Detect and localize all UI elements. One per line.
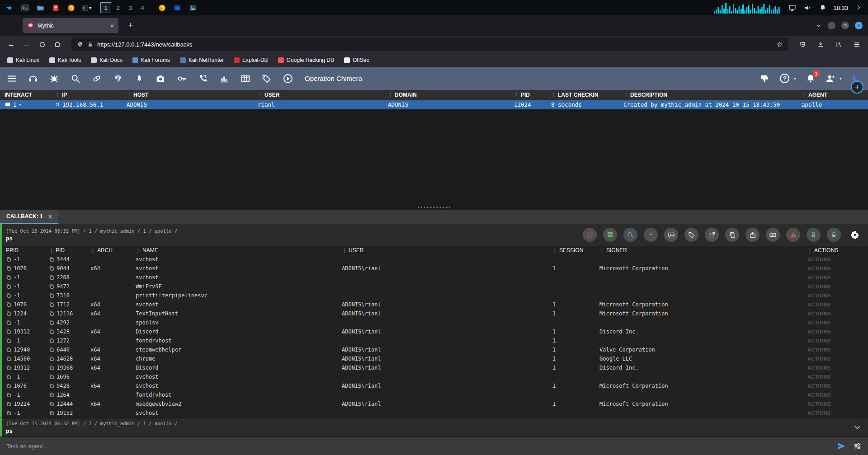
column-kebab-icon[interactable]: ⋮ xyxy=(258,92,263,98)
image-viewer-icon[interactable] xyxy=(188,3,198,13)
copy-icon[interactable] xyxy=(49,392,54,398)
camera-icon[interactable] xyxy=(155,73,166,84)
library-icon[interactable] xyxy=(832,38,845,51)
shield-icon[interactable] xyxy=(77,41,83,47)
copy-icon[interactable] xyxy=(6,293,11,298)
workspace-button-3[interactable]: 3 xyxy=(125,2,136,13)
process-row[interactable]: -11272fontdrvhost1ACTIONS xyxy=(2,336,868,345)
bookmark-item[interactable]: Kali Linux xyxy=(7,57,39,63)
row-actions-button[interactable]: ACTIONS xyxy=(807,338,868,343)
terminal-dropdown-icon[interactable]: ▾ xyxy=(81,3,91,13)
process-row[interactable]: 122412116x64TextInputHostADONIS\rianl1Mi… xyxy=(2,309,868,318)
copy-icon[interactable] xyxy=(6,383,11,389)
task-input[interactable] xyxy=(6,443,830,450)
keyboard-button[interactable] xyxy=(766,228,780,242)
operation-name[interactable]: Operation Chimera xyxy=(305,75,362,82)
unlock-button[interactable] xyxy=(827,228,841,242)
row-actions-button[interactable]: ACTIONS xyxy=(807,320,868,325)
copy-icon[interactable] xyxy=(49,410,54,416)
key-icon[interactable] xyxy=(176,73,187,84)
row-actions-button[interactable]: ACTIONS xyxy=(807,401,868,407)
process-row[interactable]: -119152svchostACTIONS xyxy=(2,408,868,417)
column-header-domain[interactable]: ⋮DOMAIN xyxy=(388,92,514,98)
copy-icon[interactable] xyxy=(49,293,54,298)
process-row[interactable]: -13444svchostACTIONS xyxy=(2,255,868,264)
copy-icon[interactable] xyxy=(6,356,11,361)
bell-icon[interactable]: 1 xyxy=(805,73,816,84)
column-header-description[interactable]: ⋮DESCRIPTION xyxy=(623,92,802,98)
bookmark-item[interactable]: Kali Docs xyxy=(91,57,123,63)
row-actions-button[interactable]: ACTIONS xyxy=(807,284,868,289)
url-text[interactable]: https://127.0.0.1:7443/new/callbacks xyxy=(97,41,772,48)
column-kebab-icon[interactable]: ⋮ xyxy=(514,92,519,98)
sort-arrows-icon[interactable] xyxy=(55,102,60,108)
column-kebab-icon[interactable]: ⋮ xyxy=(55,92,60,98)
copy-icon[interactable] xyxy=(49,347,54,352)
column-header-signer[interactable]: ⋮SIGNER xyxy=(599,247,807,253)
browser-tab-mythic[interactable]: Mythic × xyxy=(23,18,118,33)
process-row[interactable]: -17316printfilterpipelinesvcACTIONS xyxy=(2,291,868,300)
column-kebab-icon[interactable]: ⋮ xyxy=(599,248,604,253)
url-bar[interactable]: https://127.0.0.1:7443/new/callbacks xyxy=(71,38,788,51)
copy-icon[interactable] xyxy=(49,266,54,271)
column-header-ppid[interactable]: PPID xyxy=(6,247,49,253)
users-icon[interactable] xyxy=(825,73,836,84)
copy-icon[interactable] xyxy=(6,302,11,307)
copy-icon[interactable] xyxy=(49,311,54,316)
copy-icon[interactable] xyxy=(49,329,54,334)
bug-icon[interactable] xyxy=(49,73,60,84)
notifications-icon[interactable] xyxy=(818,3,828,13)
minimize-button[interactable]: – xyxy=(828,22,835,29)
download-button[interactable] xyxy=(644,228,658,242)
copy-icon[interactable] xyxy=(6,347,11,352)
send-icon[interactable] xyxy=(837,442,846,450)
copy-icon[interactable] xyxy=(49,374,54,380)
settings-button[interactable] xyxy=(847,227,863,243)
copy-icon[interactable] xyxy=(6,338,11,343)
export-button[interactable] xyxy=(745,228,760,242)
maximize-button[interactable]: □ xyxy=(841,22,849,29)
list-all-tabs-icon[interactable] xyxy=(816,23,822,29)
row-actions-button[interactable]: ACTIONS xyxy=(807,374,868,380)
app-menu-icon[interactable] xyxy=(850,38,863,51)
column-kebab-icon[interactable]: ⋮ xyxy=(551,92,556,98)
copy-icon[interactable] xyxy=(6,284,11,289)
copy-icon[interactable] xyxy=(49,365,54,371)
column-header-arch[interactable]: ⋮ARCH xyxy=(90,247,136,253)
column-header-name[interactable]: ⋮NAME xyxy=(136,247,342,253)
column-kebab-icon[interactable]: ⋮ xyxy=(127,92,132,98)
column-header-actions[interactable]: ⋮ACTIONS xyxy=(807,247,868,253)
column-kebab-icon[interactable]: ⋮ xyxy=(807,248,812,253)
bookmark-item[interactable]: OffSec xyxy=(344,57,369,63)
pill-icon[interactable] xyxy=(91,73,102,84)
row-actions-button[interactable]: ACTIONS xyxy=(807,356,868,361)
column-header-last-checkin[interactable]: ⋮LAST CHECKIN xyxy=(551,92,623,98)
column-header-host[interactable]: ⋮HOST xyxy=(127,92,258,98)
column-kebab-icon[interactable]: ⋮ xyxy=(802,92,807,98)
copy-icon[interactable] xyxy=(6,329,11,334)
copy-icon[interactable] xyxy=(49,356,54,361)
external-link-button[interactable] xyxy=(705,228,719,242)
row-actions-button[interactable]: ACTIONS xyxy=(807,311,868,316)
lock-button[interactable] xyxy=(807,228,821,242)
table-icon[interactable] xyxy=(240,73,251,84)
column-kebab-icon[interactable]: ⋮ xyxy=(49,248,54,253)
forward-button[interactable]: → xyxy=(20,38,33,51)
copy-icon[interactable] xyxy=(6,392,11,398)
row-actions-button[interactable]: ACTIONS xyxy=(807,392,868,398)
bookmark-item[interactable]: Google Hacking DB xyxy=(278,57,334,63)
process-row[interactable]: 10769044x64svchostADONIS\rianl1Microsoft… xyxy=(2,264,868,273)
column-header-interact[interactable]: INTERACT xyxy=(5,92,55,98)
row-actions-button[interactable]: ACTIONS xyxy=(807,410,868,416)
callback-row[interactable]: 1 ▾ 192.168.56.1 ADONIS rianl ADONIS 120… xyxy=(0,100,868,109)
column-kebab-icon[interactable]: ⋮ xyxy=(388,92,393,98)
copy-icon[interactable] xyxy=(49,320,54,325)
bookmark-star-icon[interactable] xyxy=(776,41,783,48)
bookmark-item[interactable]: Kali Tools xyxy=(49,57,81,63)
bookmark-item[interactable]: Exploit-DB xyxy=(234,57,268,63)
thumbs-down-icon[interactable] xyxy=(760,73,770,84)
process-row[interactable]: 10761712x64svchostADONIS\rianl1Microsoft… xyxy=(2,300,868,309)
column-kebab-icon[interactable]: ⋮ xyxy=(552,248,557,253)
window-icon[interactable] xyxy=(172,3,182,13)
firefox-window-button[interactable] xyxy=(157,3,167,13)
